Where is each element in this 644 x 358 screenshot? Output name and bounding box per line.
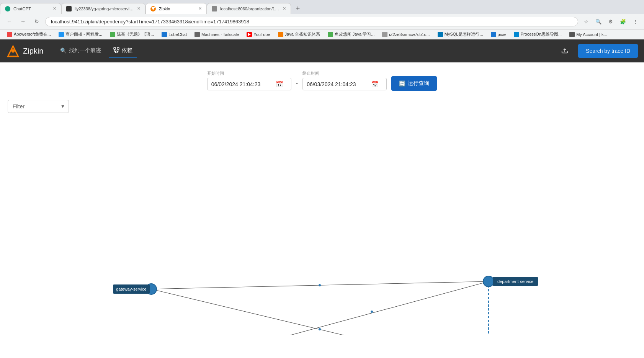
bookmark-pixiv-label: pixiv <box>498 32 506 37</box>
search-by-trace-id-button[interactable]: Search by trace ID <box>578 44 638 58</box>
profile-button[interactable]: ⚙ <box>606 16 616 26</box>
bookmark-processon[interactable]: ProcessOn思维导图... <box>511 31 565 38</box>
edge-dot-3 <box>371 311 373 313</box>
filter-wrapper: Filter ▼ <box>8 100 69 113</box>
merchant-favicon <box>59 32 64 37</box>
bookmark-pixiv[interactable]: pixiv <box>488 31 509 38</box>
zoom-button[interactable]: 🔍 <box>593 16 603 26</box>
start-date-field: 开始时间 📅 <box>207 70 291 90</box>
run-query-label: 运行查询 <box>408 80 429 87</box>
bookmark-chen[interactable]: 陈亮《无题》【语... <box>107 31 157 38</box>
back-button[interactable]: ← <box>4 16 15 27</box>
menu-button[interactable]: ⋮ <box>630 16 640 26</box>
bookmark-apowersoft[interactable]: Apowersoft免费在... <box>4 31 54 38</box>
bookmark-star-button[interactable]: ☆ <box>581 16 591 26</box>
tab-chatgpt[interactable]: ChatGPT ✕ <box>0 3 61 14</box>
main-content: 开始时间 📅 - 终止时间 📅 🔄 运行查询 <box>0 62 644 343</box>
localhost-favicon <box>212 6 217 11</box>
tab-localhost-title: localhost:8060/organization/1/w... <box>220 7 280 11</box>
browser-frame: ChatGPT ✕ ljy22338/yg-spring-microservic… <box>0 0 644 39</box>
bookmark-mysql[interactable]: MySQL是怎样运行... <box>435 31 486 38</box>
yuxie-favicon <box>328 32 333 37</box>
bookmark-machines-label: Machines · Tailscale <box>201 32 239 37</box>
java-favicon <box>278 32 283 37</box>
node-gateway-label: gateway-service <box>116 287 146 291</box>
bookmark-mysql-label: MySQL是怎样运行... <box>445 31 483 37</box>
zipkin-logo-text: Zipkin <box>23 47 43 56</box>
svg-rect-4 <box>117 47 119 49</box>
tab-zipkin-close[interactable]: ✕ <box>198 6 202 11</box>
bookmark-apowersoft-label: Apowersoft免费在... <box>14 31 51 37</box>
node-department-label: department-service <box>497 279 533 284</box>
date-separator: - <box>296 80 298 87</box>
edge-dot-2 <box>319 328 321 330</box>
bookmark-merchant[interactable]: 商户面板 - 网程发... <box>56 31 105 38</box>
bookmark-lobechat[interactable]: LobeChat <box>159 31 190 38</box>
browser-toolbar: ← → ↻ ☆ 🔍 ⚙ 🧩 ⋮ <box>0 14 644 29</box>
address-bar[interactable] <box>45 17 578 26</box>
nav-dependency[interactable]: 依赖 <box>109 44 137 58</box>
pixiv-favicon <box>491 32 496 37</box>
bookmarks-bar: Apowersoft免费在... 商户面板 - 网程发... 陈亮《无题》【语.… <box>0 29 644 39</box>
start-date-input[interactable] <box>211 81 273 87</box>
lobechat-favicon <box>162 32 167 37</box>
end-date-field: 终止时间 📅 <box>302 70 387 90</box>
mysql-favicon <box>438 32 443 37</box>
start-calendar-icon[interactable]: 📅 <box>276 80 283 88</box>
filter-select[interactable]: Filter <box>8 100 69 113</box>
chen-favicon <box>110 32 115 37</box>
tab-localhost-close[interactable]: ✕ <box>283 6 286 11</box>
zipkin-favicon <box>150 6 156 11</box>
github-favicon <box>66 6 72 11</box>
bookmark-chen-label: 陈亮《无题》【语... <box>117 31 154 37</box>
apowersoft-favicon <box>7 32 12 37</box>
node-department-circle[interactable] <box>483 276 494 287</box>
svg-point-2 <box>11 49 15 53</box>
zipkin-header: Zipkin 🔍 找到一个痕迹 <box>0 39 644 62</box>
tab-zipkin[interactable]: Zipkin ✕ <box>145 3 207 14</box>
processon-favicon <box>514 32 519 37</box>
bookmark-myaccount-label: My Account | k... <box>576 32 607 37</box>
chatgpt-favicon <box>5 6 10 11</box>
tab-github-title: ljy22338/yg-spring-microservice... <box>75 7 134 11</box>
start-date-label: 开始时间 <box>207 70 291 76</box>
bookmark-processon-label: ProcessOn思维导图... <box>521 31 562 37</box>
bookmark-youtube-label: YouTube <box>253 32 270 37</box>
svg-rect-3 <box>114 47 116 49</box>
bookmark-iz2ze-label: iZ2ze3snmcw7cb1u... <box>389 32 430 37</box>
bookmark-merchant-label: 商户面板 - 网程发... <box>65 31 102 37</box>
nav-find-trace[interactable]: 🔍 找到一个痕迹 <box>56 44 106 58</box>
run-query-button[interactable]: 🔄 运行查询 <box>391 76 437 91</box>
browser-tabs: ChatGPT ✕ ljy22338/yg-spring-microservic… <box>0 0 644 14</box>
end-date-input[interactable] <box>307 81 368 87</box>
start-date-wrapper: 📅 <box>207 78 291 90</box>
bookmark-yuxie[interactable]: 鱼皮悠闲 Java 学习... <box>325 31 378 38</box>
new-tab-button[interactable]: + <box>293 3 303 14</box>
bookmark-myaccount[interactable]: My Account | k... <box>566 31 610 38</box>
nav-dependency-label: 依赖 <box>122 47 132 54</box>
forward-button[interactable]: → <box>18 16 28 27</box>
extensions-button[interactable]: 🧩 <box>618 16 628 26</box>
refresh-button[interactable]: ↻ <box>31 16 42 27</box>
tab-localhost[interactable]: localhost:8060/organization/1/w... ✕ <box>207 3 291 14</box>
tab-chatgpt-close[interactable]: ✕ <box>53 6 56 11</box>
date-controls: 开始时间 📅 - 终止时间 📅 🔄 运行查询 <box>8 70 636 91</box>
bookmark-lobechat-label: LobeChat <box>168 32 187 37</box>
zipkin-logo-icon <box>6 44 20 58</box>
nav-find-trace-label: 找到一个痕迹 <box>69 47 101 54</box>
browser-actions: ☆ 🔍 ⚙ 🧩 ⋮ <box>581 16 640 26</box>
zipkin-app: Zipkin 🔍 找到一个痕迹 <box>0 39 644 343</box>
bookmark-yuxie-label: 鱼皮悠闲 Java 学习... <box>335 31 375 37</box>
bookmark-youtube[interactable]: YouTube <box>244 31 273 38</box>
dependency-icon <box>113 47 119 54</box>
tab-github[interactable]: ljy22338/yg-spring-microservice... ✕ <box>61 3 145 14</box>
bookmark-iz2ze[interactable]: iZ2ze3snmcw7cb1u... <box>379 31 433 38</box>
edge-organize-department <box>151 281 489 335</box>
bookmark-java[interactable]: Java 全栈知识体系 <box>275 31 323 38</box>
filter-section: Filter ▼ <box>8 100 636 113</box>
bookmark-machines[interactable]: Machines · Tailscale <box>191 31 242 38</box>
tab-github-close[interactable]: ✕ <box>137 6 141 11</box>
zipkin-logo[interactable]: Zipkin <box>6 44 43 58</box>
end-calendar-icon[interactable]: 📅 <box>371 80 379 88</box>
upload-button[interactable] <box>557 43 572 59</box>
